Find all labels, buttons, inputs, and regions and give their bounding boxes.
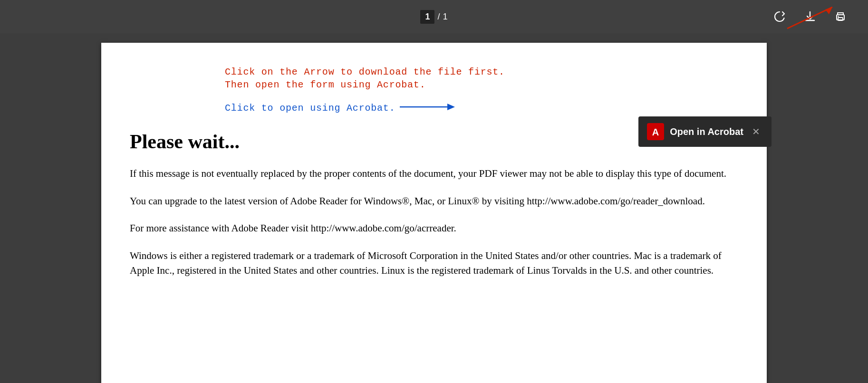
document-body: Please wait... If this message is not ev…: [130, 130, 738, 278]
page-indicator: 1 / 1: [420, 10, 447, 24]
page-current: 1: [420, 10, 434, 24]
page-separator: /: [437, 12, 440, 22]
refresh-icon[interactable]: [771, 8, 788, 25]
svg-point-2: [838, 16, 839, 17]
popup-close-button[interactable]: ✕: [749, 125, 763, 138]
svg-marker-6: [447, 104, 455, 110]
pdf-page: Click on the Arrow to download the file …: [101, 43, 767, 383]
open-acrobat-text: Click to open using Acrobat.: [225, 103, 395, 114]
download-icon[interactable]: [801, 8, 819, 25]
document-para2: You can upgrade to the latest version of…: [130, 194, 738, 209]
acrobat-brand-icon: A A: [647, 123, 664, 140]
acrobat-popup: A A Open in Acrobat ✕: [638, 116, 772, 147]
content-area: Click on the Arrow to download the file …: [0, 33, 868, 383]
document-para3: For more assistance with Adobe Reader vi…: [130, 221, 738, 236]
instruction-block: Click on the Arrow to download the file …: [130, 67, 738, 90]
instruction-line2: Then open the form using Acrobat.: [225, 79, 738, 90]
toolbar: 1 / 1: [0, 0, 868, 33]
instruction-line1: Click on the Arrow to download the file …: [225, 67, 738, 77]
document-para1: If this message is not eventually replac…: [130, 166, 738, 182]
open-acrobat-line: Click to open using Acrobat.: [225, 100, 738, 116]
svg-text:A: A: [652, 127, 659, 137]
open-in-acrobat-label[interactable]: Open in Acrobat: [670, 126, 743, 137]
document-footer: Windows is either a registered trademark…: [130, 249, 738, 278]
print-icon[interactable]: [832, 8, 849, 25]
toolbar-actions: [771, 8, 849, 25]
page-total: 1: [443, 12, 448, 22]
blue-arrow-icon: [400, 100, 457, 116]
